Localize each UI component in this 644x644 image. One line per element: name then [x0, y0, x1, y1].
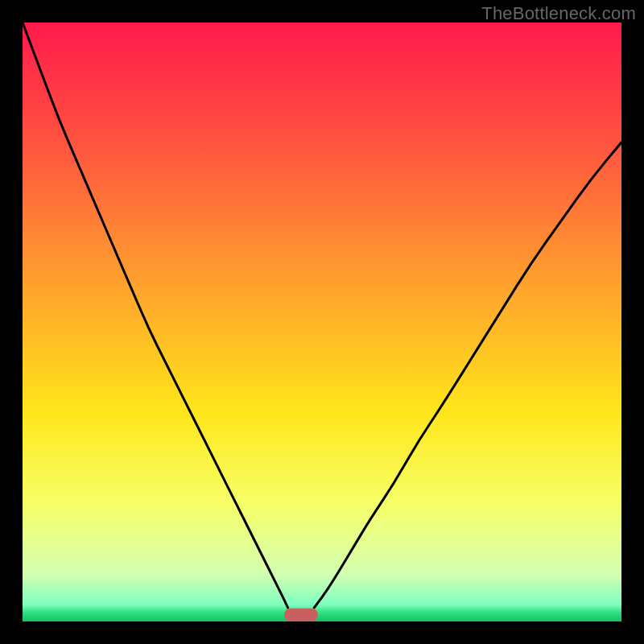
bottleneck-marker [284, 609, 318, 621]
bottleneck-chart [23, 23, 621, 621]
watermark-text: TheBottleneck.com [481, 3, 636, 24]
chart-background [23, 23, 621, 621]
chart-frame: TheBottleneck.com [0, 0, 644, 644]
